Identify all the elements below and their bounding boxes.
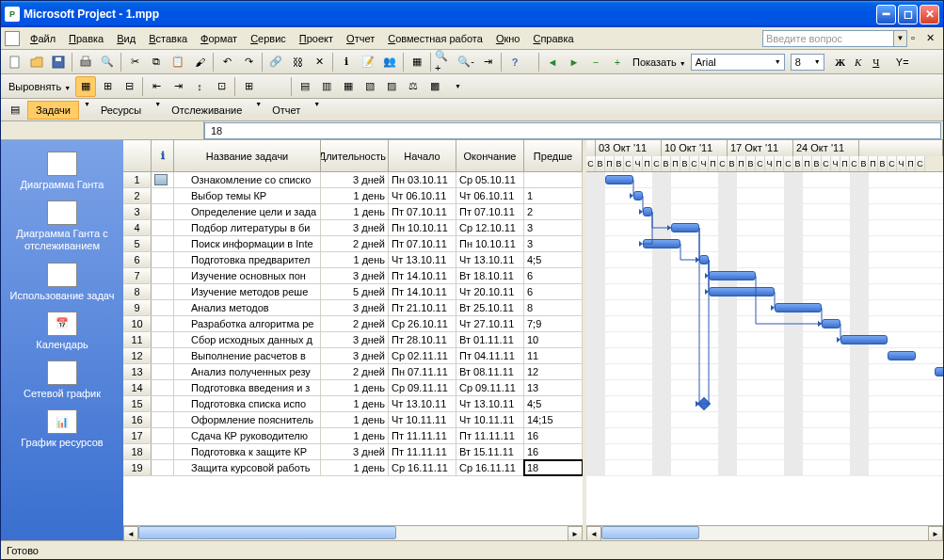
cell-start[interactable]: Пт 28.10.11 [389, 332, 456, 347]
cell-pred[interactable]: 8 [524, 300, 583, 315]
cell-info[interactable] [152, 396, 174, 411]
cell-pred[interactable]: 16 [524, 428, 583, 443]
cell-end[interactable]: Ср 05.10.11 [456, 172, 524, 187]
gantt-bar[interactable] [699, 255, 709, 264]
gantt-row[interactable] [586, 412, 943, 428]
day-header[interactable]: П [775, 156, 784, 172]
day-header[interactable]: С [822, 156, 831, 172]
col-info[interactable]: ℹ [152, 140, 174, 171]
day-header[interactable]: Ч [633, 156, 643, 172]
cell-pred[interactable]: 7;9 [524, 316, 583, 331]
tab-задачи[interactable]: Задачи [27, 101, 79, 120]
day-header[interactable]: Ч [699, 156, 709, 172]
view-4[interactable]: ⊞Сетевой график [22, 359, 103, 402]
cell-end[interactable]: Чт 20.10.11 [456, 284, 524, 299]
cell-name[interactable]: Поиск информации в Inte [174, 236, 321, 251]
cell-start[interactable]: Ср 26.10.11 [389, 316, 456, 331]
row-number[interactable]: 17 [123, 428, 152, 443]
open-button[interactable] [26, 52, 47, 72]
cell-name[interactable]: Изучение основных пон [174, 268, 321, 283]
cell-pred[interactable]: 4;5 [524, 396, 583, 411]
cell-end[interactable]: Вт 08.11.11 [456, 364, 524, 379]
underline-button[interactable]: Ч [868, 54, 885, 71]
link-button[interactable]: 🔗 [265, 52, 286, 72]
cell-info[interactable] [152, 444, 174, 459]
tb2-b2[interactable]: ⊟ [119, 76, 139, 97]
cell-name[interactable]: Ознакомление со списко [174, 172, 321, 187]
row-number[interactable]: 8 [123, 284, 152, 299]
row-number[interactable]: 7 [123, 268, 152, 283]
notes-button[interactable]: 📝 [358, 52, 378, 72]
cell-pred[interactable]: 13 [524, 380, 583, 395]
day-header[interactable]: П [671, 156, 680, 172]
cell-duration[interactable]: 5 дней [321, 284, 389, 299]
view-0[interactable]: ▤Диаграмма Ганта [19, 150, 106, 193]
cell-name[interactable]: Подготовка введения и з [174, 380, 321, 395]
gantt-row[interactable] [586, 332, 943, 348]
cell-name[interactable]: Оформление пояснитель [174, 412, 321, 427]
cell-end[interactable]: Вт 25.10.11 [456, 300, 524, 315]
cell-info[interactable] [152, 204, 174, 219]
cell-pred[interactable]: 6 [524, 284, 583, 299]
gantt-hscroll[interactable]: ◄► [586, 525, 943, 540]
cell-end[interactable]: Пт 07.10.11 [456, 204, 524, 219]
cell-start[interactable]: Ср 02.11.11 [389, 348, 456, 363]
gantt-bar[interactable] [633, 191, 643, 200]
gantt-bar[interactable] [643, 207, 652, 216]
table-row[interactable]: 18Подготовка к защите КР3 днейПт 11.11.1… [123, 444, 583, 460]
cell-start[interactable]: Пн 10.10.11 [389, 220, 456, 235]
tb2-c8[interactable]: ▼ [446, 76, 467, 97]
cell-duration[interactable]: 3 дней [321, 348, 389, 363]
cell-info[interactable] [152, 300, 174, 315]
tab-drop[interactable]: ▼ [313, 101, 320, 120]
table-row[interactable]: 14Подготовка введения и з1 деньСр 09.11.… [123, 380, 583, 396]
tb2-b7[interactable]: ⊞ [238, 76, 259, 97]
cell-info[interactable] [152, 284, 174, 299]
cell-info[interactable] [152, 236, 174, 251]
cell-duration[interactable]: 1 день [321, 428, 389, 443]
gantt-row[interactable] [586, 284, 943, 300]
menu-правка[interactable]: Правка [62, 30, 110, 47]
help-button[interactable]: ? [504, 52, 525, 72]
assign-button[interactable]: 👥 [379, 52, 400, 72]
cell-end[interactable]: Чт 06.10.11 [456, 188, 524, 203]
cell-start[interactable]: Чт 10.11.11 [389, 412, 456, 427]
col-name[interactable]: Название задачи [174, 140, 321, 171]
tb2-c4[interactable]: ▧ [360, 76, 380, 97]
cell-duration[interactable]: 3 дней [321, 332, 389, 347]
menu-справка[interactable]: Справка [526, 30, 580, 47]
tb2-b3[interactable]: ⇤ [146, 76, 167, 97]
gantt-row[interactable] [586, 188, 943, 204]
cell-info[interactable] [152, 412, 174, 427]
resource-icon[interactable]: ▦ [75, 76, 96, 97]
week-header[interactable]: 24 Окт '11 [793, 140, 859, 156]
cell-start[interactable]: Пн 07.11.11 [389, 364, 456, 379]
day-header[interactable]: П [906, 156, 916, 172]
copy-button[interactable]: ⧉ [146, 52, 167, 72]
info-button[interactable]: ℹ [336, 52, 357, 72]
gantt-row[interactable] [586, 348, 943, 364]
show-menu[interactable]: Показать▼ [629, 56, 690, 68]
col-pred[interactable]: Предше [524, 140, 583, 171]
tb2-c2[interactable]: ▥ [316, 76, 337, 97]
tb2-b6[interactable]: ⊡ [211, 76, 232, 97]
view-5[interactable]: 📊График ресурсов [19, 408, 104, 451]
menu-отчет[interactable]: Отчет [340, 30, 381, 47]
table-row[interactable]: 6Подготовка предварител1 деньЧт 13.10.11… [123, 252, 583, 268]
cell-duration[interactable]: 3 дней [321, 172, 389, 187]
day-header[interactable]: П [737, 156, 746, 172]
zoom-out-button[interactable]: 🔍- [456, 52, 476, 72]
day-header[interactable]: С [850, 156, 859, 172]
cell-name[interactable]: Выполнение расчетов в [174, 348, 321, 363]
table-row[interactable]: 3Определение цели и зада1 деньПт 07.10.1… [123, 204, 583, 220]
row-number[interactable]: 14 [123, 380, 152, 395]
cell-name[interactable]: Выбор темы КР [174, 188, 321, 203]
nav-back-button[interactable]: ◄ [542, 52, 563, 72]
row-number[interactable]: 5 [123, 236, 152, 251]
col-end[interactable]: Окончание [456, 140, 524, 171]
cell-start[interactable]: Пт 11.11.11 [389, 428, 456, 443]
gantt-bar[interactable] [888, 351, 916, 360]
bold-button[interactable]: Ж [832, 54, 849, 71]
cell-pred[interactable]: 10 [524, 332, 583, 347]
day-header[interactable]: С [718, 156, 728, 172]
